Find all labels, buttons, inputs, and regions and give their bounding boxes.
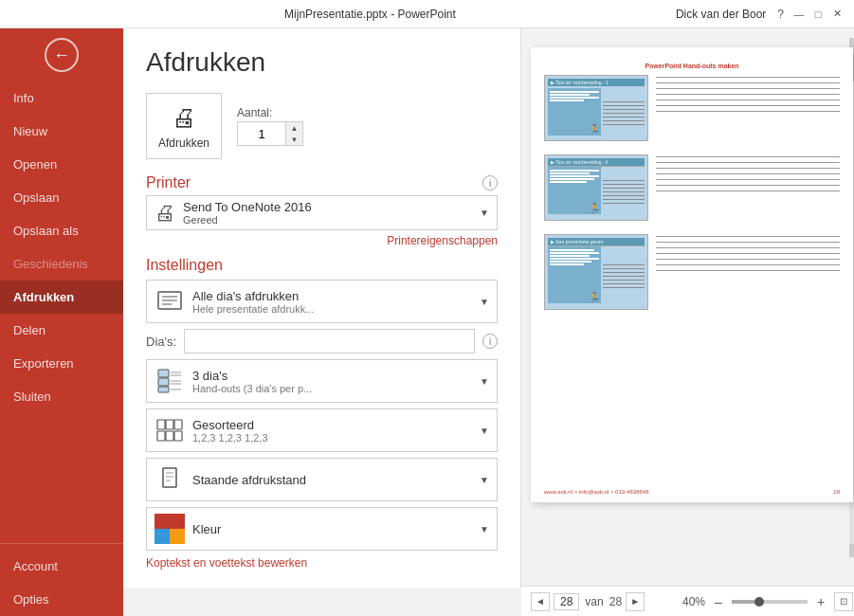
setting-all-slides[interactable]: Alle dia's afdrukken Hele presentatie af… [146, 280, 498, 323]
line [656, 190, 840, 191]
slide3-lines [656, 234, 840, 271]
preview-title: PowerPoint Hand-outs maken [544, 63, 840, 69]
bottom-bar: ◄ 28 van 28 ► 40% – + ⊡ [521, 586, 854, 616]
printer-icon: 🖨 [172, 103, 196, 133]
sidebar-item-account[interactable]: Account [0, 550, 123, 583]
page-current[interactable]: 28 [554, 593, 579, 610]
sidebar-item-sluiten[interactable]: Sluiten [0, 380, 123, 413]
setting-collated-main: Gesorteerd [192, 418, 472, 432]
handout-row-2: ▶ Tips ter voorbereiding - II [544, 154, 840, 221]
help-icon[interactable]: ? [777, 8, 784, 21]
line [656, 270, 840, 271]
next-page-button[interactable]: ► [626, 592, 645, 611]
zoom-plus-button[interactable]: + [811, 592, 830, 611]
svg-rect-5 [158, 378, 169, 386]
sidebar-item-info[interactable]: Info [0, 82, 123, 115]
setting-orientation[interactable]: Staande afdrukstand ▼ [146, 458, 498, 501]
sidebar-item-delen[interactable]: Delen [0, 314, 123, 347]
handout-row-3: ▶ Een presentatie geven [544, 234, 840, 310]
setting-orientation-main: Staande afdrukstand [192, 473, 472, 487]
sidebar-item-afdrukken[interactable]: Afdrukken [0, 281, 123, 314]
back-button[interactable]: ← [0, 28, 123, 82]
page-of-label: van [585, 595, 603, 608]
svg-rect-6 [158, 387, 169, 392]
line [656, 179, 840, 180]
line [656, 242, 840, 243]
copies-down-button[interactable]: ▼ [285, 134, 302, 145]
zoom-slider[interactable] [732, 600, 808, 604]
settings-section-header: Instellingen [146, 257, 498, 274]
copies-input-wrap: ▲ ▼ [237, 121, 303, 146]
setting1-arrow: ▼ [480, 297, 489, 307]
nav-controls: ◄ 28 van 28 ► [531, 592, 645, 611]
dias-info-icon[interactable]: i [482, 334, 498, 349]
line [656, 82, 840, 83]
sidebar-item-exporteren[interactable]: Exporteren [0, 347, 123, 380]
line [656, 162, 840, 163]
svg-rect-12 [157, 420, 165, 429]
setting-collated-text: Gesorteerd 1,2,3 1,2,3 1,2,3 [192, 418, 472, 444]
line [656, 253, 840, 254]
svg-rect-15 [157, 431, 165, 441]
line [656, 168, 840, 169]
print-button-area: 🖨 Afdrukken Aantal: ▲ ▼ [146, 93, 498, 159]
setting3-arrow: ▼ [480, 426, 489, 436]
zoom-minus-button[interactable]: – [709, 592, 728, 611]
zoom-slider-thumb[interactable] [754, 597, 764, 607]
sidebar-item-openen[interactable]: Openen [0, 148, 123, 181]
printer-info-icon[interactable]: i [482, 175, 498, 190]
color-bottom-left [154, 529, 170, 544]
prev-page-button[interactable]: ◄ [531, 592, 550, 611]
titlebar-title: MijnPresentatie.pptx - PowerPoint [64, 8, 676, 21]
printer-section-header: Printer [146, 174, 191, 191]
setting-color[interactable]: Kleur ▼ [146, 507, 498, 551]
page-total: 28 [609, 595, 622, 608]
thumb-inner-1: ▶ Tips ter voorbereiding - 1 [545, 76, 647, 140]
sidebar-item-opslaan[interactable]: Opslaan [0, 181, 123, 214]
setting2-arrow: ▼ [480, 376, 489, 387]
setting-all-slides-main: Alle dia's afdrukken [192, 289, 472, 303]
setting-all-slides-text: Alle dia's afdrukken Hele presentatie af… [192, 289, 472, 315]
setting-all-slides-sub: Hele presentatie afdrukk... [192, 303, 472, 315]
slide1-title: ▶ Tips ter voorbereiding - 1 [548, 79, 645, 86]
printer-info: Send To OneNote 2016 Gereed [183, 200, 472, 226]
slide1-lines [656, 75, 840, 112]
titlebar-user: Dick van der Boor [676, 8, 766, 21]
setting4-arrow: ▼ [480, 475, 489, 485]
close-button[interactable]: ✕ [827, 5, 846, 24]
svg-rect-18 [163, 468, 176, 487]
scroll-down-arrow[interactable]: ▼ [849, 544, 854, 557]
line [656, 247, 840, 248]
printer-properties-link[interactable]: Printereigenschappen [146, 234, 498, 247]
minimize-button[interactable]: — [790, 5, 809, 24]
print-content: Afdrukken 🖨 Afdrukken Aantal: ▲ ▼ [123, 28, 854, 616]
maximize-button[interactable]: □ [809, 5, 827, 24]
copies-up-button[interactable]: ▲ [285, 122, 302, 134]
zoom-controls: 40% – + ⊡ [682, 592, 853, 611]
copies-spinners: ▲ ▼ [285, 122, 302, 145]
copies-input[interactable] [238, 122, 285, 145]
preview-area: ▲ ▼ PowerPoint Hand-outs maken [521, 38, 854, 586]
line [656, 105, 840, 106]
orientation-icon [154, 464, 185, 495]
preview-page: PowerPoint Hand-outs maken ▶ Tips ter vo… [531, 47, 853, 502]
dias-input[interactable] [184, 329, 475, 353]
handout-icon [154, 366, 185, 396]
printer-select[interactable]: 🖨 Send To OneNote 2016 Gereed ▼ [146, 195, 498, 230]
slide-thumb-1: ▶ Tips ter voorbereiding - 1 [544, 75, 648, 141]
line [656, 77, 840, 78]
sidebar-item-opties[interactable]: Opties [0, 583, 123, 616]
setting-handout[interactable]: 3 dia's Hand-outs (3 dia's per p... ▼ [146, 359, 498, 403]
sidebar-item-opslaan-als[interactable]: Opslaan als [0, 214, 123, 247]
sidebar-item-nieuw[interactable]: Nieuw [0, 115, 123, 148]
fit-page-button[interactable]: ⊡ [834, 592, 853, 611]
left-panel: Afdrukken 🖨 Afdrukken Aantal: ▲ ▼ [123, 28, 521, 588]
dias-row: Dia's: i [146, 329, 498, 353]
footer-link[interactable]: Koptekst en voettekst bewerken [146, 556, 498, 570]
thumb-inner-3: ▶ Een presentatie geven [545, 235, 647, 309]
line [656, 173, 840, 174]
setting-collated[interactable]: Gesorteerd 1,2,3 1,2,3 1,2,3 ▼ [146, 408, 498, 452]
all-slides-icon [154, 286, 185, 317]
page-title: Afdrukken [146, 47, 498, 78]
print-button[interactable]: 🖨 Afdrukken [146, 93, 222, 159]
